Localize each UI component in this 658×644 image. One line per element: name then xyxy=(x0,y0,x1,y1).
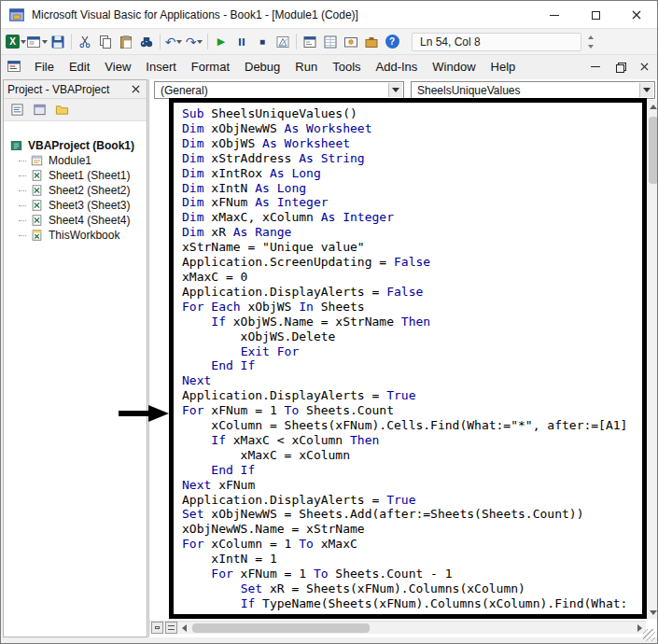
code-line[interactable]: Dim xIntRox As Long xyxy=(182,166,638,181)
code-line[interactable]: Application.DisplayAlerts = True xyxy=(182,493,638,508)
code-line[interactable]: xColumn = Sheets(xFNum).Cells.Find(What:… xyxy=(182,418,638,433)
reset-button[interactable]: ■ xyxy=(252,32,273,52)
cut-button[interactable] xyxy=(75,32,95,52)
code-line[interactable]: Dim xStrAddress As String xyxy=(182,151,638,166)
view-object-button[interactable] xyxy=(30,101,49,119)
help-button[interactable]: ? xyxy=(382,32,402,52)
copy-button[interactable] xyxy=(95,32,116,52)
redo-button[interactable]: ↷ xyxy=(184,32,204,52)
project-explorer-panel: Project - VBAProject xyxy=(3,79,147,637)
code-line[interactable]: For xColumn = 1 To xMaxC xyxy=(182,537,638,552)
code-line[interactable]: Next xFNum xyxy=(182,478,638,493)
vertical-scroll-thumb[interactable] xyxy=(649,117,658,184)
menu-window[interactable]: Window xyxy=(425,57,483,77)
code-line[interactable]: For Each xObjWS In Sheets xyxy=(182,300,638,315)
mdi-restore-button[interactable] xyxy=(612,59,627,74)
tree-item-module1[interactable]: Module1 xyxy=(4,153,147,168)
code-line[interactable]: For xFNum = 1 To Sheets.Count xyxy=(182,403,638,418)
code-line[interactable]: Application.DisplayAlerts = False xyxy=(182,285,638,300)
maximize-button[interactable] xyxy=(575,1,616,29)
tree-item-label: Module1 xyxy=(49,154,91,167)
view-microsoft-excel-button[interactable]: X xyxy=(6,32,26,52)
design-mode-button[interactable] xyxy=(273,32,293,52)
full-module-view-button[interactable] xyxy=(165,622,177,634)
tree-item-sheet3[interactable]: Sheet3 (Sheet3) xyxy=(4,198,147,213)
object-browser-button[interactable] xyxy=(341,32,361,52)
toolbar-options-grip[interactable] xyxy=(587,33,595,51)
code-line[interactable]: If TypeName(Sheets(xFNum).Columns(xColum… xyxy=(182,596,638,611)
tree-item-sheet1[interactable]: Sheet1 (Sheet1) xyxy=(4,168,147,183)
break-button[interactable] xyxy=(231,32,252,52)
vertical-scrollbar[interactable] xyxy=(646,100,658,619)
tree-item-sheet2[interactable]: Sheet2 (Sheet2) xyxy=(4,183,147,198)
horizontal-scroll-thumb[interactable] xyxy=(192,623,370,633)
code-line[interactable]: Dim xFNum As Integer xyxy=(182,195,638,210)
undo-button[interactable]: ↶ xyxy=(163,32,184,52)
tree-item-vbaproject[interactable]: VBAProject (Book1) xyxy=(4,138,147,153)
project-explorer-button[interactable] xyxy=(300,32,320,52)
tree-item-sheet4[interactable]: Sheet4 (Sheet4) xyxy=(4,213,147,228)
close-button[interactable] xyxy=(616,1,657,29)
code-line[interactable]: Dim xObjWS As Worksheet xyxy=(182,136,638,151)
scroll-up-button[interactable] xyxy=(647,100,658,113)
menu-debug[interactable]: Debug xyxy=(237,57,287,77)
paste-button[interactable] xyxy=(116,32,136,52)
object-dropdown[interactable]: (General) xyxy=(154,81,404,99)
code-line[interactable]: xObjWS.Delete xyxy=(182,329,638,344)
code-line[interactable]: For xFNum = 1 To Sheets.Count - 1 xyxy=(182,567,638,581)
code-line[interactable]: End If xyxy=(182,358,638,373)
menu-file[interactable]: File xyxy=(27,57,62,77)
menu-help[interactable]: Help xyxy=(483,57,524,77)
project-panel-close-button[interactable] xyxy=(128,82,143,97)
code-line[interactable]: Sub SheelsUniqueValues() xyxy=(182,106,638,121)
code-line[interactable]: xObjNewWS.Name = xStrName xyxy=(182,522,638,537)
dropdown-button[interactable] xyxy=(388,83,402,97)
save-button[interactable] xyxy=(48,32,68,52)
toggle-folders-button[interactable] xyxy=(52,101,71,119)
find-button[interactable] xyxy=(136,32,157,52)
code-line[interactable]: xStrName = "Unique value" xyxy=(182,240,638,255)
code-line[interactable]: Application.ScreenUpdating = False xyxy=(182,255,638,270)
menu-run[interactable]: Run xyxy=(287,57,325,77)
run-button[interactable]: ▶ xyxy=(211,32,231,52)
scroll-left-button[interactable] xyxy=(177,622,190,635)
code-line[interactable]: Application.DisplayAlerts = True xyxy=(182,388,638,403)
menu-view[interactable]: View xyxy=(97,57,138,77)
scroll-down-button[interactable] xyxy=(647,606,658,619)
horizontal-scrollbar[interactable] xyxy=(149,621,646,634)
dropdown-button[interactable] xyxy=(639,83,653,97)
mdi-close-button[interactable] xyxy=(637,59,651,74)
code-line[interactable]: Dim xR As Range xyxy=(182,225,638,240)
code-line[interactable]: Set xR = Sheets(xFNum).Columns(xColumn) xyxy=(182,581,638,596)
procedure-view-button[interactable] xyxy=(151,622,163,634)
project-panel-header[interactable]: Project - VBAProject xyxy=(4,80,147,99)
code-line[interactable]: If xMaxC < xColumn Then xyxy=(182,433,638,448)
code-line[interactable]: xMaxC = 0 xyxy=(182,270,638,285)
code-line[interactable]: Dim xIntN As Long xyxy=(182,181,638,196)
code-line[interactable]: Exit For xyxy=(182,344,638,359)
code-line[interactable]: Set xObjNewWS = Sheets.Add(after:=Sheets… xyxy=(182,507,638,522)
code-line[interactable]: Next xyxy=(182,373,638,388)
code-line[interactable]: End If xyxy=(182,463,638,478)
code-line[interactable]: Dim xMaxC, xColumn As Integer xyxy=(182,210,638,225)
menu-edit[interactable]: Edit xyxy=(62,57,97,77)
menu-tools[interactable]: Tools xyxy=(325,57,368,77)
toolbox-button[interactable] xyxy=(361,32,382,52)
horizontal-scroll-track[interactable] xyxy=(190,622,633,635)
insert-userform-button[interactable] xyxy=(26,32,48,52)
minimize-button[interactable] xyxy=(534,1,575,29)
resize-grip[interactable] xyxy=(643,629,655,641)
menu-insert[interactable]: Insert xyxy=(138,57,184,77)
code-line[interactable]: Dim xObjNewWS As Worksheet xyxy=(182,121,638,136)
properties-window-button[interactable] xyxy=(320,32,341,52)
code-line[interactable]: xMaxC = xColumn xyxy=(182,448,638,463)
code-line[interactable]: xIntN = 1 xyxy=(182,552,638,567)
menu-format[interactable]: Format xyxy=(184,57,237,77)
view-code-button[interactable] xyxy=(7,101,26,119)
code-line[interactable]: If xObjWS.Name = xStrName Then xyxy=(182,315,638,329)
procedure-dropdown[interactable]: SheelsUniqueValues xyxy=(411,81,655,99)
mdi-minimize-button[interactable] xyxy=(588,59,603,74)
menu-addins[interactable]: Add-Ins xyxy=(369,57,426,77)
code-lines[interactable]: Sub SheelsUniqueValues()Dim xObjNewWS As… xyxy=(182,106,638,615)
tree-item-thisworkbook[interactable]: ThisWorkbook xyxy=(4,228,147,243)
